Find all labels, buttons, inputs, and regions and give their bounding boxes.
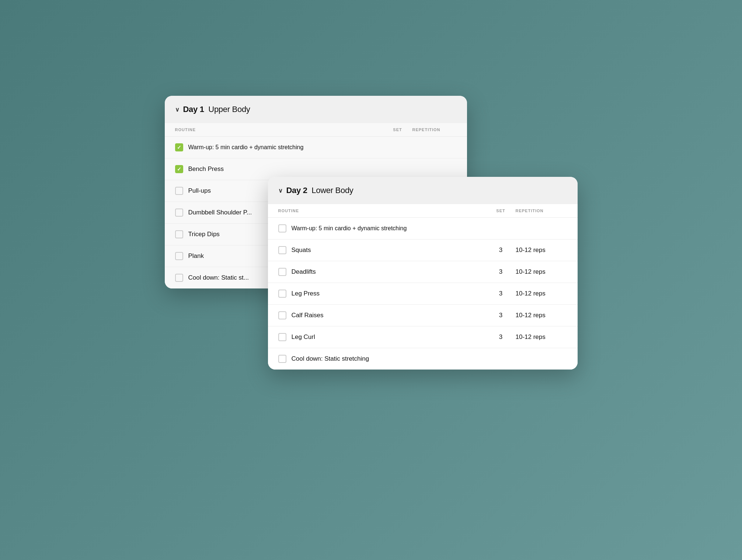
day2-row-leg-curl: Leg Curl 3 10-12 reps (268, 326, 578, 348)
day1-name-bench-press: Bench Press (188, 165, 224, 173)
day2-rep-calf-raises: 10-12 reps (516, 312, 567, 319)
day2-set-squats: 3 (486, 246, 516, 254)
day2-name-calf-raises: Calf Raises (292, 312, 324, 319)
day2-name-squats: Squats (292, 246, 311, 254)
day2-checkbox-leg-curl[interactable] (278, 333, 286, 341)
day2-header: ∨ Day 2 Lower Body (268, 177, 578, 204)
day2-rep-leg-curl: 10-12 reps (516, 333, 567, 341)
day2-title: Day 2 Lower Body (286, 186, 353, 195)
day2-set-leg-curl: 3 (486, 333, 516, 341)
day2-col-headers: ROUTINE SET REPETITION (268, 204, 578, 218)
day2-checkbox-warmup[interactable] (278, 224, 286, 232)
day2-row-calf-raises: Calf Raises 3 10-12 reps (268, 305, 578, 326)
day2-row-squats: Squats 3 10-12 reps (268, 239, 578, 261)
day2-name-cooldown: Cool down: Static stretching (292, 355, 369, 363)
day2-col-rep: REPETITION (516, 209, 567, 213)
day2-rep-squats: 10-12 reps (516, 246, 567, 254)
day2-set-calf-raises: 3 (486, 312, 516, 319)
day2-rep-deadlifts: 10-12 reps (516, 268, 567, 276)
day2-name-leg-curl: Leg Curl (292, 333, 315, 341)
day1-row-warmup: Warm-up: 5 min cardio + dynamic stretchi… (165, 137, 467, 158)
day1-header: ∨ Day 1 Upper Body (165, 96, 467, 123)
day2-checkbox-leg-press[interactable] (278, 290, 286, 298)
day1-name-dumbbell: Dumbbell Shoulder P... (188, 209, 252, 216)
day1-name-warmup: Warm-up: 5 min cardio + dynamic stretchi… (188, 144, 304, 151)
day2-set-deadlifts: 3 (486, 268, 516, 276)
day1-checkbox-dumbbell[interactable] (175, 209, 183, 217)
day1-col-set: SET (383, 127, 412, 132)
day1-checkbox-cooldown[interactable] (175, 274, 183, 282)
day2-rep-leg-press: 10-12 reps (516, 290, 567, 297)
day2-checkbox-squats[interactable] (278, 246, 286, 254)
day1-col-headers: ROUTINE SET REPETITION (165, 123, 467, 137)
day2-set-leg-press: 3 (486, 290, 516, 297)
day2-col-set: SET (486, 209, 516, 213)
day2-chevron-icon[interactable]: ∨ (278, 187, 283, 194)
day1-col-rep: REPETITION (412, 127, 457, 132)
day2-checkbox-calf-raises[interactable] (278, 311, 286, 319)
day1-chevron-icon[interactable]: ∨ (175, 106, 180, 113)
day1-name-cooldown: Cool down: Static st... (188, 274, 249, 281)
day2-row-cooldown: Cool down: Static stretching (268, 348, 578, 370)
day2-row-warmup: Warm-up: 5 min cardio + dynamic stretchi… (268, 218, 578, 239)
day1-checkbox-bench-press[interactable] (175, 165, 183, 173)
day1-name-tricep: Tricep Dips (188, 231, 220, 238)
day2-name-deadlifts: Deadlifts (292, 268, 316, 276)
day2-checkbox-deadlifts[interactable] (278, 268, 286, 276)
day2-checkbox-cooldown[interactable] (278, 355, 286, 363)
day1-title: Day 1 Upper Body (183, 105, 250, 114)
day1-name-pull-ups: Pull-ups (188, 187, 211, 195)
day1-checkbox-warmup[interactable] (175, 143, 183, 151)
day2-row-leg-press: Leg Press 3 10-12 reps (268, 283, 578, 305)
day2-card: ∨ Day 2 Lower Body ROUTINE SET REPETITIO… (268, 177, 578, 370)
day1-name-plank: Plank (188, 252, 204, 260)
day2-name-leg-press: Leg Press (292, 290, 320, 297)
day2-col-routine: ROUTINE (278, 209, 486, 213)
day1-checkbox-plank[interactable] (175, 252, 183, 260)
day1-checkbox-pull-ups[interactable] (175, 187, 183, 195)
day1-col-routine: ROUTINE (175, 127, 383, 132)
day1-checkbox-tricep[interactable] (175, 230, 183, 238)
day2-name-warmup: Warm-up: 5 min cardio + dynamic stretchi… (292, 225, 407, 232)
day2-row-deadlifts: Deadlifts 3 10-12 reps (268, 261, 578, 283)
